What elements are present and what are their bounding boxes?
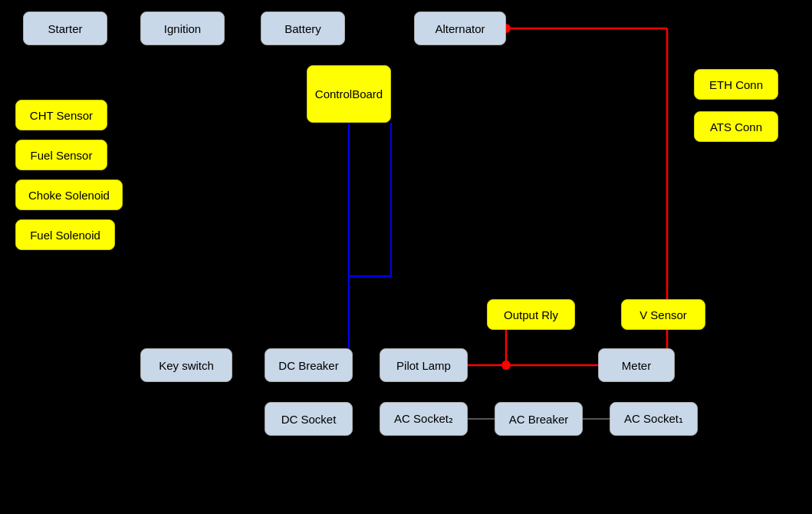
starter-node: Starter [23,12,107,45]
pilot_lamp-node: Pilot Lamp [380,348,468,382]
key_switch-node: Key switch [140,348,232,382]
fuel_sensor-node: Fuel Sensor [15,140,107,170]
v_sensor-node: V Sensor [621,299,705,330]
diagram-container: StarterIgnitionBatteryAlternatorControlB… [0,0,812,514]
svg-point-3 [501,361,511,370]
ac_breaker-node: AC Breaker [495,402,583,436]
eth_conn-node: ETH Conn [694,69,778,100]
ats_conn-node: ATS Conn [694,111,778,142]
control_board-node: ControlBoard [307,65,391,123]
meter-node: Meter [598,348,675,382]
battery-node: Battery [261,12,345,45]
alternator-node: Alternator [414,12,506,45]
dc_breaker-node: DC Breaker [265,348,353,382]
cht_sensor-node: CHT Sensor [15,100,107,130]
ac_socket2-node: AC Socket₂ [380,402,468,436]
connections-svg [0,0,812,514]
ignition-node: Ignition [140,12,225,45]
ac_socket1-node: AC Socket₁ [610,402,698,436]
output_rly-node: Output Rly [487,299,575,330]
choke_solenoid-node: Choke Solenoid [15,180,123,210]
fuel_solenoid-node: Fuel Solenoid [15,219,115,250]
dc_socket-node: DC Socket [265,402,353,436]
